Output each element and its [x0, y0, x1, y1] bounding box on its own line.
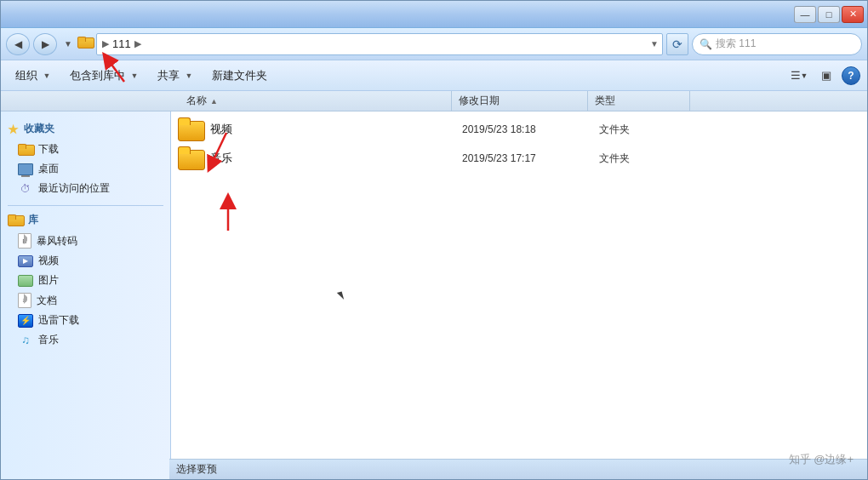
organize-button[interactable]: 组织 ▼ — [8, 64, 60, 88]
file-type-0: 文件夹 — [599, 123, 630, 137]
sidebar-item-recent[interactable]: ⏱ 最近访问的位置 — [1, 179, 170, 198]
file-name-0: 视频 — [210, 122, 457, 137]
music-icon: ♫ — [18, 334, 33, 347]
library-section: 库 B 暴风转码 ▶ 视频 图片 ≡ 文档 — [1, 209, 170, 350]
library-folder-icon — [8, 214, 23, 226]
window-controls: — □ ✕ — [794, 6, 864, 23]
sidebar-item-thunder-label: 迅雷下载 — [38, 313, 79, 328]
video-icon: ▶ — [18, 255, 33, 267]
path-segment-1[interactable]: 111 — [112, 37, 131, 50]
new-folder-label: 新建文件夹 — [212, 68, 267, 83]
sidebar-item-music[interactable]: ♫ 音乐 — [1, 330, 170, 350]
minimize-button[interactable]: — — [794, 6, 816, 23]
file-item-0[interactable]: 视频 2019/5/23 18:18 文件夹 — [171, 115, 867, 144]
sidebar-item-images-label: 图片 — [38, 273, 59, 288]
folder-icon-0 — [178, 117, 205, 141]
refresh-button[interactable]: ⟳ — [666, 33, 688, 55]
sidebar-item-download[interactable]: 下载 — [1, 140, 170, 159]
sidebar-item-desktop[interactable]: 桌面 — [1, 159, 170, 179]
toolbar-right: ☰ ▼ ▣ ? — [787, 65, 860, 87]
search-box[interactable]: 🔍 搜索 111 — [692, 33, 862, 55]
nav-dropdown[interactable]: ▼ — [62, 33, 74, 55]
view-icon: ☰ — [791, 69, 801, 82]
title-bar: — □ ✕ — [1, 1, 867, 28]
help-icon: ? — [848, 70, 854, 82]
status-text: 选择要预 — [176, 462, 217, 477]
sidebar-item-video-label: 视频 — [38, 254, 59, 268]
download-folder-icon — [18, 144, 33, 156]
main-area: ★ 收藏夹 下载 桌面 ⏱ 最近访问的位置 — [1, 111, 867, 480]
search-placeholder: 搜索 111 — [716, 37, 756, 51]
organize-dropdown-icon: ▼ — [41, 64, 53, 88]
recent-icon: ⏱ — [18, 182, 33, 196]
organize-label: 组织 — [15, 68, 37, 83]
path-folder-icon — [77, 37, 93, 49]
file-date-0: 2019/5/23 18:18 — [462, 123, 594, 135]
help-button[interactable]: ? — [842, 66, 860, 85]
file-list: 视频 2019/5/23 18:18 文件夹 音乐 2019/5/23 17:1… — [171, 111, 867, 480]
file-item-1[interactable]: 音乐 2019/5/23 17:17 文件夹 — [171, 144, 867, 173]
favorites-header: ★ 收藏夹 — [1, 118, 170, 140]
view-toggle-button[interactable]: ▣ — [814, 65, 838, 87]
sidebar-item-docs-label: 文档 — [37, 294, 57, 308]
file-name-1: 音乐 — [210, 151, 457, 166]
sidebar-item-music-label: 音乐 — [38, 333, 59, 347]
view-dropdown: ▼ — [801, 71, 808, 80]
thunder-icon: ⚡ — [18, 314, 33, 328]
path-arrow-2: ▶ — [134, 38, 141, 49]
close-button[interactable]: ✕ — [842, 6, 864, 23]
search-icon: 🔍 — [700, 38, 712, 50]
sidebar-item-images[interactable]: 图片 — [1, 271, 170, 290]
sidebar-item-baofeng-label: 暴风转码 — [37, 234, 77, 249]
address-path-bar[interactable]: ▶ 111 ▶ ▼ — [96, 33, 663, 55]
share-button[interactable]: 共享 ▼ — [150, 64, 203, 88]
images-icon — [18, 275, 33, 287]
favorites-section: ★ 收藏夹 下载 桌面 ⏱ 最近访问的位置 — [1, 118, 170, 198]
new-folder-button[interactable]: 新建文件夹 — [204, 64, 275, 88]
sidebar-item-recent-label: 最近访问的位置 — [38, 181, 110, 196]
refresh-icon: ⟳ — [672, 37, 682, 51]
path-dropdown-arrow[interactable]: ▼ — [650, 39, 659, 49]
docs-icon: ≡ — [18, 293, 31, 308]
column-header-name[interactable]: 名称 ▲ — [180, 91, 452, 111]
column-header-date[interactable]: 修改日期 — [452, 91, 588, 111]
path-arrow-1: ▶ — [102, 38, 109, 49]
folder-icon-1 — [178, 146, 205, 170]
sort-arrow-icon: ▲ — [210, 97, 218, 106]
library-header: 库 — [1, 209, 170, 231]
share-dropdown-icon: ▼ — [183, 64, 195, 88]
view-toggle-icon: ▣ — [821, 69, 831, 82]
sidebar-item-thunder[interactable]: ⚡ 迅雷下载 — [1, 311, 170, 330]
column-headers: 名称 ▲ 修改日期 类型 — [1, 91, 867, 111]
include-library-label: 包含到库中 — [70, 68, 125, 83]
view-options-button[interactable]: ☰ ▼ — [787, 65, 811, 87]
sidebar: ★ 收藏夹 下载 桌面 ⏱ 最近访问的位置 — [1, 111, 171, 480]
sidebar-item-baofeng[interactable]: B 暴风转码 — [1, 231, 170, 251]
maximize-button[interactable]: □ — [818, 6, 840, 23]
desktop-icon — [18, 163, 33, 175]
forward-button[interactable]: ▶ — [33, 33, 57, 55]
share-label: 共享 — [157, 68, 180, 83]
sidebar-divider — [8, 205, 163, 206]
status-bar: 选择要预 — [169, 459, 867, 479]
include-library-button[interactable]: 包含到库中 ▼ — [62, 64, 148, 88]
sidebar-item-video[interactable]: ▶ 视频 — [1, 251, 170, 271]
sidebar-item-docs[interactable]: ≡ 文档 — [1, 290, 170, 311]
baofeng-icon: B — [18, 233, 31, 249]
column-header-type[interactable]: 类型 — [588, 91, 690, 111]
address-bar: ◀ ▶ ▼ ▶ 111 ▶ ▼ ⟳ 🔍 搜索 111 — [1, 28, 867, 60]
toolbar: 组织 ▼ 包含到库中 ▼ 共享 ▼ 新建文件夹 ☰ ▼ ▣ ? — [1, 60, 867, 91]
file-date-1: 2019/5/23 17:17 — [462, 152, 594, 164]
sidebar-item-download-label: 下载 — [38, 142, 59, 157]
include-library-dropdown-icon: ▼ — [128, 64, 140, 88]
file-type-1: 文件夹 — [599, 151, 630, 166]
back-button[interactable]: ◀ — [6, 33, 30, 55]
favorites-star-icon: ★ — [8, 123, 19, 136]
sidebar-item-desktop-label: 桌面 — [38, 162, 59, 176]
